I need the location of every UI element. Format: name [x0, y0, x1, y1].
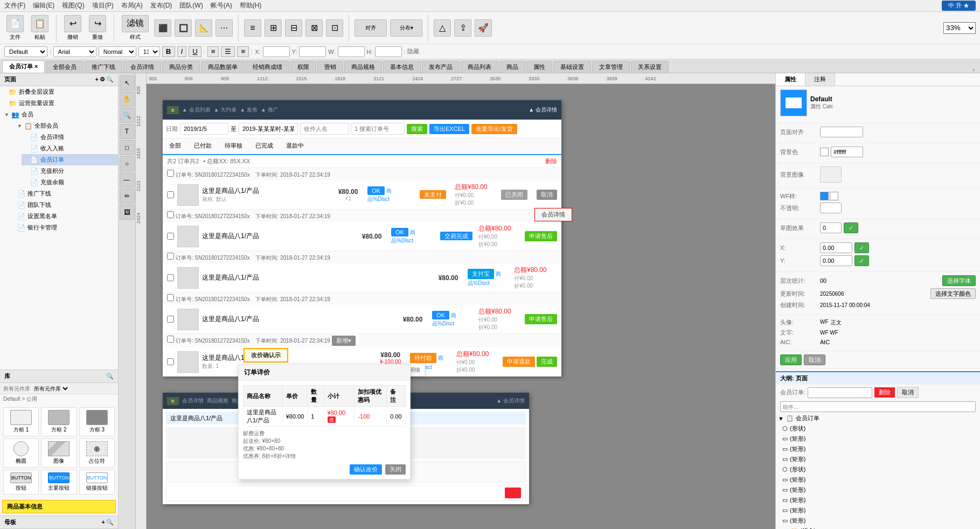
order-1-member-btn[interactable]: 已关闭 [501, 190, 527, 200]
underline-btn[interactable]: U [189, 46, 201, 57]
align-group-btn[interactable]: 对齐 [355, 19, 387, 37]
prop-apply-btn[interactable]: 应用 [780, 354, 802, 365]
order-1-cancel-btn[interactable]: 取消 [537, 190, 557, 200]
menu-project[interactable]: 项目(P) [92, 1, 114, 10]
tree-member-detail[interactable]: 📄 会员详情 [22, 131, 118, 143]
prop-sketch-input[interactable] [820, 222, 842, 233]
tree-blacklist[interactable]: 📄 设置黑名单 [4, 211, 118, 222]
nav-zoom-btn[interactable]: 🔍 [120, 108, 135, 123]
tool3-btn[interactable]: 📐 [195, 19, 212, 37]
nav-text-btn[interactable]: T [120, 124, 135, 139]
share-btn[interactable]: ⇪ [454, 19, 471, 37]
order-1-checkbox[interactable] [167, 170, 174, 177]
right-tree-rect6[interactable]: ▭ (矩形) [776, 495, 980, 505]
y-input[interactable] [299, 46, 326, 57]
tree-bank[interactable]: 📄 银行卡管理 [4, 222, 118, 233]
delete-btn[interactable]: 删除 [545, 157, 557, 165]
order-1-body-checkbox[interactable] [167, 191, 174, 198]
wf-color1[interactable] [820, 192, 829, 200]
tab-member-detail[interactable]: 会员详情 [123, 61, 161, 73]
more5-btn[interactable]: ⊡ [326, 19, 343, 37]
order-3-body-checkbox[interactable] [167, 274, 174, 281]
order-5-complete-btn[interactable]: 完成 [537, 357, 557, 367]
w-input[interactable] [338, 46, 365, 57]
tree-item-member-root[interactable]: ▼ 👥 会员 [0, 109, 118, 120]
menu-team[interactable]: 团队(W) [179, 1, 203, 10]
menu-edit[interactable]: 编辑(E) [33, 1, 54, 10]
right-tree-rect1[interactable]: ▭ (矩形) [776, 434, 980, 444]
menu-layout[interactable]: 布局(A) [121, 1, 143, 10]
second-nav-link1[interactable]: 会员详情 [182, 397, 204, 405]
more1-btn[interactable]: ≡ [244, 19, 261, 37]
prop-y-apply-btn[interactable]: ✓ [854, 255, 869, 266]
menu-publish[interactable]: 发布(D) [150, 1, 172, 10]
comp-rect1[interactable]: 方框 1 [3, 407, 39, 436]
tab-settings[interactable]: 基础设置 [553, 61, 591, 73]
tool1-btn[interactable]: ⬛ [154, 19, 171, 37]
menu-file[interactable]: 文件(F) [4, 1, 25, 10]
nav-pen-btn[interactable]: ✏ [120, 189, 135, 204]
comp-library-select[interactable]: 所有元件库 [32, 384, 69, 393]
menu-help[interactable]: 帮助(H) [240, 1, 262, 10]
right-tree-shape1[interactable]: ⬡ (形状) [776, 423, 980, 434]
align-left-btn[interactable]: ≡ [207, 46, 219, 57]
tab-product-spec[interactable]: 商品规格 [344, 61, 382, 73]
right-tree-rect7[interactable]: ▭ (矩形) [776, 505, 980, 516]
order-3-checkbox[interactable] [167, 253, 174, 260]
nav-link2[interactable]: ▲ 大约者 [214, 106, 237, 114]
tab-article[interactable]: 文章管理 [592, 61, 630, 73]
tab-product-list[interactable]: 商品列表 [461, 61, 498, 73]
tree-item-collapse[interactable]: 📁 折叠全层设置 [0, 86, 118, 98]
font-family-select[interactable]: Arial [53, 46, 96, 57]
menu-account[interactable]: 帐号(A) [211, 1, 232, 10]
nav-rect-btn[interactable]: □ [120, 140, 135, 155]
nav-home-btn[interactable]: ≡ [167, 106, 179, 114]
member-detail-overlay-btn[interactable]: 会员详情 [534, 208, 572, 221]
comp-circle[interactable]: 椭圆 [3, 438, 39, 468]
prop-date-apply-btn[interactable]: 选择文字颜色 [930, 288, 976, 299]
excel-export-btn[interactable]: 导出EXCEL [429, 124, 469, 134]
master-search-btn[interactable]: 🔍 [106, 519, 114, 526]
more4-btn[interactable]: ⊠ [305, 19, 323, 37]
prop-opacity-input[interactable] [820, 203, 842, 213]
font-size-select[interactable]: 13 [138, 46, 160, 57]
page-add-btn[interactable]: + [95, 76, 99, 83]
tool2-btn[interactable]: 🔲 [175, 19, 192, 37]
nav-hand-btn[interactable]: ✋ [120, 92, 135, 107]
tab-pending[interactable]: 待审核 [218, 138, 249, 154]
tab-basic-info[interactable]: 基本信息 [383, 61, 421, 73]
prop-order-id-input[interactable] [808, 387, 872, 398]
nav-link3[interactable]: ▲ 发布 [240, 106, 258, 114]
right-tree-order[interactable]: ▼ 📋 会员订单 [776, 413, 980, 423]
prop-cancel2-btn[interactable]: 取消 [897, 387, 919, 398]
publish-btn[interactable]: 🚀 [475, 19, 492, 37]
popup-close-btn[interactable]: 关闭 [385, 464, 406, 475]
bg-color-swatch[interactable] [820, 148, 829, 156]
tab-completed[interactable]: 已完成 [249, 138, 280, 154]
receiver-input[interactable] [300, 123, 349, 135]
tree-member-orders[interactable]: 📄 会员订单 [22, 154, 118, 165]
upgrade-btn[interactable]: 中 升 ★ [942, 1, 976, 11]
align-right-btn[interactable]: ≡ [237, 46, 249, 57]
canvas-content[interactable]: ≡ ▲ 会员列表 ▲ 大约者 ▲ 发布 ▲ 推广 ▲ 会员详情 日期 至 [147, 84, 775, 529]
prop-update-btn[interactable]: 选择字体 [942, 275, 976, 286]
align-center-btn[interactable]: ☰ [221, 46, 235, 57]
right-tree-rect4[interactable]: ▭ (矩形) [776, 475, 980, 485]
nav-link4[interactable]: ▲ 推广 [261, 106, 279, 114]
batch-export-btn[interactable]: 批量导出/发货 [471, 124, 517, 134]
order-search-input[interactable] [351, 123, 405, 135]
comp-image[interactable]: 图像 [41, 438, 77, 468]
right-tree-group1[interactable]: ▼ 📁 (组合) [776, 526, 980, 529]
prop-sketch-apply-btn[interactable]: ✓ [844, 222, 858, 233]
right-tree-rect2[interactable]: ▭ (矩形) [776, 444, 980, 454]
prop-comp-search-input[interactable] [780, 401, 976, 412]
order-3-alipay-btn[interactable]: 支付宝 [468, 269, 494, 279]
comp-placeholder[interactable]: ⊕ 占位符 [79, 438, 115, 468]
tab-promo[interactable]: 推广下线 [85, 61, 122, 73]
right-tree-rect3[interactable]: ▭ (矩形) [776, 454, 980, 464]
order-2-body-checkbox[interactable] [167, 233, 174, 240]
master-add-btn[interactable]: + [102, 519, 105, 526]
tree-item-batch[interactable]: 📁 运营批量设置 [0, 98, 118, 109]
wf-color2[interactable] [830, 192, 838, 200]
tree-recharge-points[interactable]: 📄 充值积分 [22, 165, 118, 177]
